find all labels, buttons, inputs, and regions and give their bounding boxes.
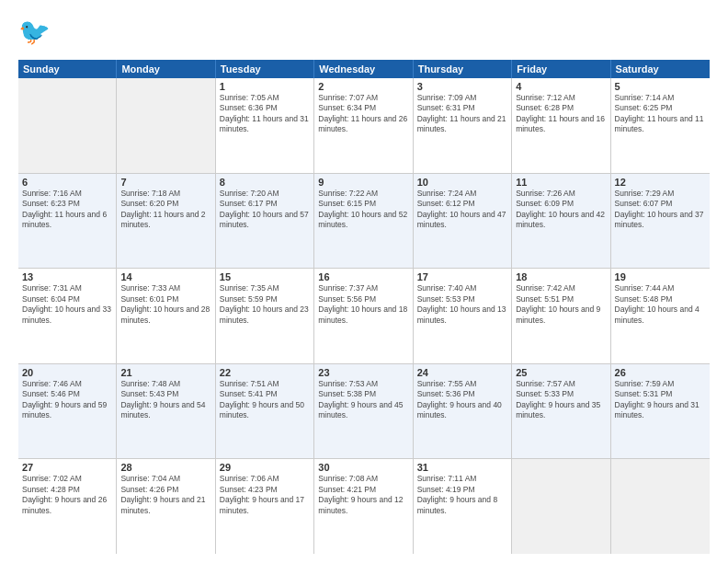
day-info: Sunrise: 7:48 AMSunset: 5:43 PMDaylight:…	[120, 379, 210, 421]
day-cell-23: 23Sunrise: 7:53 AMSunset: 5:38 PMDayligh…	[314, 364, 413, 459]
day-cell-6: 6Sunrise: 7:16 AMSunset: 6:23 PMDaylight…	[18, 174, 117, 269]
day-info: Sunrise: 7:24 AMSunset: 6:12 PMDaylight:…	[417, 189, 507, 231]
day-cell-12: 12Sunrise: 7:29 AMSunset: 6:07 PMDayligh…	[611, 174, 710, 269]
day-number: 22	[220, 367, 310, 378]
day-number: 28	[120, 462, 210, 473]
day-number: 21	[120, 367, 210, 378]
day-cell-17: 17Sunrise: 7:40 AMSunset: 5:53 PMDayligh…	[414, 269, 512, 363]
day-cell-5: 5Sunrise: 7:14 AMSunset: 6:25 PMDaylight…	[611, 78, 710, 173]
day-cell-22: 22Sunrise: 7:51 AMSunset: 5:41 PMDayligh…	[216, 364, 314, 459]
weekday-header-saturday: Saturday	[611, 60, 710, 78]
day-info: Sunrise: 7:14 AMSunset: 6:25 PMDaylight:…	[615, 93, 706, 135]
header: 🐦	[18, 15, 710, 52]
day-info: Sunrise: 7:35 AMSunset: 5:59 PMDaylight:…	[220, 283, 310, 326]
calendar-week-4: 20Sunrise: 7:46 AMSunset: 5:46 PMDayligh…	[18, 364, 710, 460]
day-number: 30	[318, 462, 408, 473]
day-cell-10: 10Sunrise: 7:24 AMSunset: 6:12 PMDayligh…	[414, 174, 512, 269]
day-cell-27: 27Sunrise: 7:02 AMSunset: 4:28 PMDayligh…	[18, 459, 117, 554]
day-number: 15	[220, 271, 310, 282]
empty-cell	[512, 459, 610, 554]
day-cell-31: 31Sunrise: 7:11 AMSunset: 4:19 PMDayligh…	[414, 459, 512, 554]
day-number: 11	[516, 177, 606, 188]
day-info: Sunrise: 7:42 AMSunset: 5:51 PMDaylight:…	[516, 283, 606, 326]
day-info: Sunrise: 7:06 AMSunset: 4:23 PMDaylight:…	[220, 474, 310, 516]
day-number: 10	[417, 177, 507, 188]
day-number: 6	[22, 177, 112, 188]
day-cell-14: 14Sunrise: 7:33 AMSunset: 6:01 PMDayligh…	[117, 269, 215, 363]
weekday-header-sunday: Sunday	[18, 60, 117, 78]
day-info: Sunrise: 7:05 AMSunset: 6:36 PMDaylight:…	[220, 93, 310, 135]
weekday-header-tuesday: Tuesday	[216, 60, 314, 78]
day-cell-30: 30Sunrise: 7:08 AMSunset: 4:21 PMDayligh…	[314, 459, 413, 554]
day-cell-24: 24Sunrise: 7:55 AMSunset: 5:36 PMDayligh…	[414, 364, 512, 459]
day-info: Sunrise: 7:46 AMSunset: 5:46 PMDaylight:…	[22, 379, 112, 421]
day-number: 25	[516, 367, 606, 378]
day-info: Sunrise: 7:11 AMSunset: 4:19 PMDaylight:…	[417, 474, 507, 516]
day-info: Sunrise: 7:33 AMSunset: 6:01 PMDaylight:…	[120, 283, 210, 326]
day-number: 4	[516, 81, 606, 92]
day-info: Sunrise: 7:40 AMSunset: 5:53 PMDaylight:…	[417, 283, 507, 326]
weekday-header-wednesday: Wednesday	[314, 60, 413, 78]
day-number: 24	[417, 367, 507, 378]
day-cell-16: 16Sunrise: 7:37 AMSunset: 5:56 PMDayligh…	[314, 269, 413, 363]
day-info: Sunrise: 7:44 AMSunset: 5:48 PMDaylight:…	[615, 283, 706, 326]
day-cell-9: 9Sunrise: 7:22 AMSunset: 6:15 PMDaylight…	[314, 174, 413, 269]
day-info: Sunrise: 7:57 AMSunset: 5:33 PMDaylight:…	[516, 379, 606, 421]
weekday-header-monday: Monday	[117, 60, 215, 78]
day-number: 8	[220, 177, 310, 188]
day-cell-28: 28Sunrise: 7:04 AMSunset: 4:26 PMDayligh…	[117, 459, 215, 554]
day-cell-2: 2Sunrise: 7:07 AMSunset: 6:34 PMDaylight…	[314, 78, 413, 173]
calendar: SundayMondayTuesdayWednesdayThursdayFrid…	[18, 60, 710, 554]
logo: 🐦	[18, 15, 66, 52]
day-number: 20	[22, 367, 112, 378]
logo-bird-icon: 🐦	[18, 15, 63, 52]
day-number: 26	[615, 367, 706, 378]
day-info: Sunrise: 7:04 AMSunset: 4:26 PMDaylight:…	[120, 474, 210, 516]
day-cell-4: 4Sunrise: 7:12 AMSunset: 6:28 PMDaylight…	[512, 78, 610, 173]
day-info: Sunrise: 7:53 AMSunset: 5:38 PMDaylight:…	[318, 379, 408, 421]
empty-cell	[117, 78, 215, 173]
calendar-header: SundayMondayTuesdayWednesdayThursdayFrid…	[18, 60, 710, 78]
day-cell-1: 1Sunrise: 7:05 AMSunset: 6:36 PMDaylight…	[216, 78, 314, 173]
calendar-week-5: 27Sunrise: 7:02 AMSunset: 4:28 PMDayligh…	[18, 459, 710, 554]
day-number: 2	[318, 81, 408, 92]
day-cell-13: 13Sunrise: 7:31 AMSunset: 6:04 PMDayligh…	[18, 269, 117, 363]
day-cell-7: 7Sunrise: 7:18 AMSunset: 6:20 PMDaylight…	[117, 174, 215, 269]
day-cell-29: 29Sunrise: 7:06 AMSunset: 4:23 PMDayligh…	[216, 459, 314, 554]
calendar-body: 1Sunrise: 7:05 AMSunset: 6:36 PMDaylight…	[18, 78, 710, 554]
day-info: Sunrise: 7:08 AMSunset: 4:21 PMDaylight:…	[318, 474, 408, 516]
day-number: 27	[22, 462, 112, 473]
day-info: Sunrise: 7:51 AMSunset: 5:41 PMDaylight:…	[220, 379, 310, 421]
day-cell-11: 11Sunrise: 7:26 AMSunset: 6:09 PMDayligh…	[512, 174, 610, 269]
day-cell-20: 20Sunrise: 7:46 AMSunset: 5:46 PMDayligh…	[18, 364, 117, 459]
day-cell-3: 3Sunrise: 7:09 AMSunset: 6:31 PMDaylight…	[414, 78, 512, 173]
day-number: 12	[615, 177, 706, 188]
day-number: 9	[318, 177, 408, 188]
empty-cell	[611, 459, 710, 554]
day-number: 7	[120, 177, 210, 188]
day-number: 14	[120, 271, 210, 282]
day-number: 23	[318, 367, 408, 378]
day-info: Sunrise: 7:12 AMSunset: 6:28 PMDaylight:…	[516, 93, 606, 135]
day-info: Sunrise: 7:18 AMSunset: 6:20 PMDaylight:…	[120, 189, 210, 231]
day-number: 19	[615, 271, 706, 282]
day-number: 18	[516, 271, 606, 282]
calendar-week-2: 6Sunrise: 7:16 AMSunset: 6:23 PMDaylight…	[18, 174, 710, 270]
day-info: Sunrise: 7:29 AMSunset: 6:07 PMDaylight:…	[615, 189, 706, 231]
svg-text:🐦: 🐦	[18, 17, 51, 47]
calendar-week-3: 13Sunrise: 7:31 AMSunset: 6:04 PMDayligh…	[18, 269, 710, 364]
day-info: Sunrise: 7:31 AMSunset: 6:04 PMDaylight:…	[22, 283, 112, 326]
day-info: Sunrise: 7:02 AMSunset: 4:28 PMDaylight:…	[22, 474, 112, 516]
day-cell-15: 15Sunrise: 7:35 AMSunset: 5:59 PMDayligh…	[216, 269, 314, 363]
calendar-page: 🐦 SundayMondayTuesdayWednesdayThursdayFr…	[0, 0, 728, 563]
day-info: Sunrise: 7:37 AMSunset: 5:56 PMDaylight:…	[318, 283, 408, 326]
day-info: Sunrise: 7:55 AMSunset: 5:36 PMDaylight:…	[417, 379, 507, 421]
empty-cell	[18, 78, 117, 173]
day-number: 17	[417, 271, 507, 282]
day-info: Sunrise: 7:59 AMSunset: 5:31 PMDaylight:…	[615, 379, 706, 421]
day-number: 5	[615, 81, 706, 92]
day-info: Sunrise: 7:20 AMSunset: 6:17 PMDaylight:…	[220, 189, 310, 231]
day-info: Sunrise: 7:26 AMSunset: 6:09 PMDaylight:…	[516, 189, 606, 231]
calendar-week-1: 1Sunrise: 7:05 AMSunset: 6:36 PMDaylight…	[18, 78, 710, 174]
day-info: Sunrise: 7:07 AMSunset: 6:34 PMDaylight:…	[318, 93, 408, 135]
